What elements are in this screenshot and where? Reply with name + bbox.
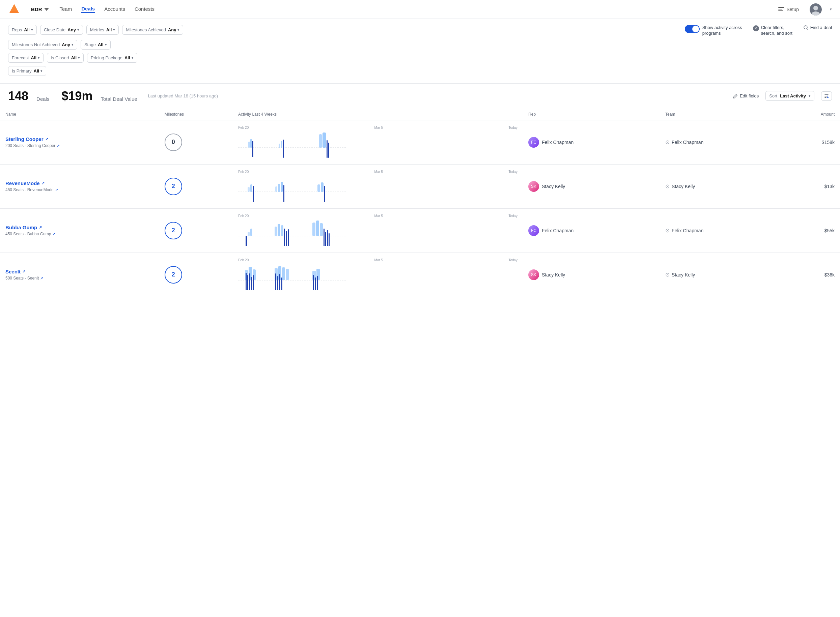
sort-container[interactable]: Sort Last Activity ▾ bbox=[765, 91, 814, 101]
svg-rect-29 bbox=[318, 185, 320, 192]
svg-rect-24 bbox=[253, 186, 254, 202]
setup-button[interactable]: Setup bbox=[778, 7, 799, 12]
svg-rect-38 bbox=[281, 225, 283, 236]
svg-rect-45 bbox=[324, 229, 325, 246]
svg-rect-3 bbox=[778, 9, 782, 9]
team-icon: ⊙ bbox=[665, 139, 670, 145]
svg-rect-44 bbox=[320, 223, 323, 236]
svg-rect-39 bbox=[284, 229, 285, 246]
deal-sub: 200 Seats - Sterling Cooper ↗ bbox=[5, 143, 154, 148]
col-rep: Rep bbox=[523, 109, 660, 120]
rep-cell: SK Stacy Kelly bbox=[523, 252, 660, 297]
nav-contests[interactable]: Contests bbox=[135, 6, 154, 12]
team-cell: ⊙ Stacy Kelly bbox=[660, 164, 779, 208]
external-link-icon: ↗ bbox=[22, 269, 25, 274]
deal-name-cell: SeenIt ↗ 500 Seats - SeenIt ↗ bbox=[0, 252, 159, 297]
team-icon: ⊙ bbox=[665, 227, 670, 234]
svg-rect-18 bbox=[322, 133, 326, 148]
svg-rect-26 bbox=[278, 184, 280, 192]
filter-milestones-achieved[interactable]: Milestones Achieved Any ▾ bbox=[122, 25, 183, 35]
nav-team[interactable]: Team bbox=[60, 6, 72, 12]
svg-rect-31 bbox=[324, 186, 325, 202]
amount-cell: $13k bbox=[779, 164, 840, 208]
filter-is-closed[interactable]: Is Closed All ▾ bbox=[47, 53, 84, 63]
nav-links: Team Deals Accounts Contests bbox=[60, 6, 155, 13]
svg-rect-28 bbox=[283, 185, 284, 202]
svg-rect-53 bbox=[245, 273, 247, 290]
team-name: Felix Chapman bbox=[671, 140, 703, 145]
deal-name-cell: Sterling Cooper ↗ 200 Seats - Sterling C… bbox=[0, 120, 159, 164]
team-name: Felix Chapman bbox=[671, 228, 703, 233]
filter-close-date[interactable]: Close Date Any ▾ bbox=[40, 25, 83, 35]
rep-avatar: SK bbox=[528, 181, 539, 192]
deal-name-link[interactable]: Sterling Cooper ↗ bbox=[5, 136, 154, 142]
svg-rect-69 bbox=[315, 278, 316, 290]
svg-rect-43 bbox=[316, 220, 319, 236]
nav-accounts[interactable]: Accounts bbox=[104, 6, 125, 12]
external-link-icon: ↗ bbox=[39, 225, 42, 230]
filter-stage[interactable]: Stage All ▾ bbox=[81, 40, 111, 50]
deals-count: 148 bbox=[8, 89, 28, 103]
team-icon: ⊙ bbox=[665, 272, 670, 278]
table-row: Sterling Cooper ↗ 200 Seats - Sterling C… bbox=[0, 120, 840, 164]
svg-rect-27 bbox=[281, 182, 283, 192]
table-header-row: Name Milestones Activity Last 4 Weeks Re… bbox=[0, 109, 840, 120]
filter-forecast[interactable]: Forecast All ▾ bbox=[8, 53, 43, 63]
svg-rect-57 bbox=[253, 275, 254, 290]
sort-direction-button[interactable] bbox=[821, 92, 832, 101]
clear-x-icon: ✕ bbox=[753, 25, 759, 31]
table-row: Bubba Gump ↗ 450 Seats - Bubba Gump ↗ 2 … bbox=[0, 208, 840, 252]
svg-rect-65 bbox=[281, 278, 282, 290]
filter-pricing-package[interactable]: Pricing Package All ▾ bbox=[87, 53, 137, 63]
team-cell: ⊙ Stacy Kelly bbox=[660, 252, 779, 297]
svg-point-6 bbox=[813, 6, 818, 10]
col-activity: Activity Last 4 Weeks bbox=[233, 109, 523, 120]
clear-filters-button[interactable]: ✕ Clear filters, search, and sort bbox=[753, 25, 797, 36]
filter-metrics[interactable]: Metrics All ▾ bbox=[86, 25, 119, 35]
avatar-chevron: ▾ bbox=[830, 7, 832, 12]
filter-is-primary[interactable]: Is Primary All ▾ bbox=[8, 66, 46, 76]
chart-dates: Feb 20 Mar 5 Today bbox=[238, 214, 518, 218]
chart-dates: Feb 20 Mar 5 Today bbox=[238, 170, 518, 174]
rep-avatar: SK bbox=[528, 269, 539, 280]
show-activity-toggle[interactable] bbox=[685, 25, 700, 33]
activity-cell: Feb 20 Mar 5 Today bbox=[233, 208, 523, 252]
svg-rect-64 bbox=[280, 274, 280, 290]
svg-rect-34 bbox=[248, 232, 250, 236]
svg-rect-48 bbox=[328, 233, 330, 246]
svg-rect-35 bbox=[250, 229, 252, 236]
rep-avatar: FC bbox=[528, 225, 539, 236]
amount-cell: $36k bbox=[779, 252, 840, 297]
milestone-badge: 2 bbox=[165, 178, 182, 195]
svg-rect-16 bbox=[283, 140, 284, 158]
brand-selector[interactable]: BDR bbox=[31, 6, 49, 12]
total-deal-value: $19m bbox=[61, 89, 92, 103]
filter-milestones-not-achieved[interactable]: Milestones Not Achieved Any ▾ bbox=[8, 40, 77, 50]
deals-table-container: Name Milestones Activity Last 4 Weeks Re… bbox=[0, 109, 840, 297]
svg-rect-30 bbox=[321, 182, 324, 192]
activity-cell: Feb 20 Mar 5 Today bbox=[233, 252, 523, 297]
user-avatar[interactable] bbox=[810, 3, 822, 16]
filters-section: Reps All ▾ Close Date Any ▾ Metrics All … bbox=[0, 19, 840, 84]
chart-container bbox=[238, 263, 518, 291]
nav-deals[interactable]: Deals bbox=[81, 6, 95, 13]
deal-name-link[interactable]: RevenueMode ↗ bbox=[5, 180, 154, 186]
filter-reps[interactable]: Reps All ▾ bbox=[8, 25, 37, 35]
svg-rect-20 bbox=[328, 143, 329, 158]
svg-rect-23 bbox=[250, 185, 252, 192]
rep-name: Stacy Kelly bbox=[542, 184, 565, 189]
svg-rect-70 bbox=[317, 276, 318, 290]
deal-name-cell: RevenueMode ↗ 450 Seats - RevenueMode ↗ bbox=[0, 164, 159, 208]
svg-rect-19 bbox=[327, 140, 328, 158]
find-deal-button[interactable]: Find a deal bbox=[803, 25, 832, 30]
deal-name-link[interactable]: Bubba Gump ↗ bbox=[5, 224, 154, 230]
chart-dates: Feb 20 Mar 5 Today bbox=[238, 258, 518, 262]
deal-name-link[interactable]: SeenIt ↗ bbox=[5, 269, 154, 275]
rep-cell: SK Stacy Kelly bbox=[523, 164, 660, 208]
edit-fields-button[interactable]: Edit fields bbox=[733, 93, 759, 99]
svg-rect-12 bbox=[250, 139, 252, 148]
sub-external-link-icon: ↗ bbox=[57, 144, 60, 148]
rep-name: Stacy Kelly bbox=[542, 272, 565, 278]
svg-rect-62 bbox=[275, 273, 276, 290]
rep-name: Felix Chapman bbox=[542, 140, 574, 145]
